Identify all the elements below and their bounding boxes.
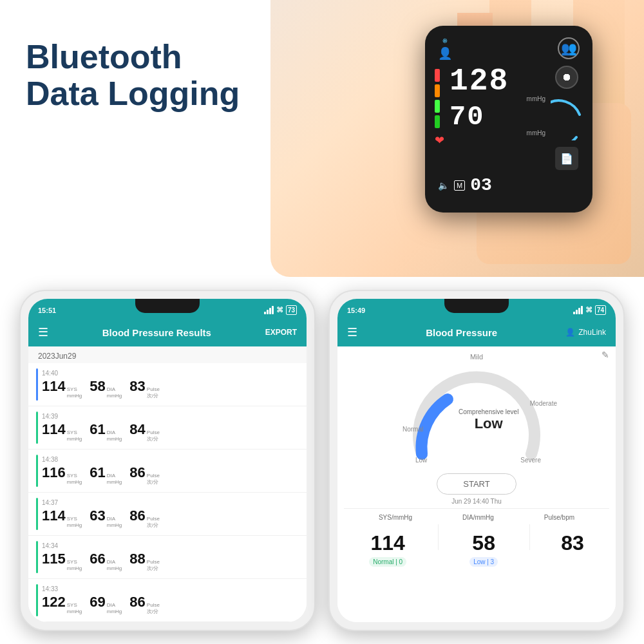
- reading-values: 116 SYSmmHg 61 DIAmmHg 86 Pulse次/分: [42, 464, 299, 485]
- stats-headers: SYS/mmHg DIA/mmHg Pulse/bpm: [354, 514, 600, 521]
- monitor-user-icon: 👤: [438, 46, 452, 61]
- start-button[interactable]: START: [437, 473, 516, 495]
- reading-sys: 114: [42, 378, 66, 395]
- monitor-display: ❤ 128 mmHg 70 mmHg ⏺ 📄: [435, 66, 583, 170]
- reading-pulse: 86: [129, 507, 145, 524]
- phone-left: 15:51 ⌘ 73 ☰ Blood Pressure Results EXPO…: [19, 290, 316, 631]
- battery-right: 74: [595, 305, 606, 315]
- user-header-right[interactable]: 👤 ZhuLink: [565, 328, 606, 337]
- status-right-right: ⌘ 74: [573, 305, 606, 315]
- phone-right: 15:49 ⌘ 74 ☰ Blood Pressure 👤: [328, 290, 625, 631]
- reading-bar: [36, 455, 38, 487]
- menu-icon-right[interactable]: ☰: [347, 325, 357, 339]
- reading-sys-sub: SYSmmHg: [67, 430, 82, 442]
- menu-icon-left[interactable]: ☰: [38, 325, 48, 339]
- reading-time: 14:38: [42, 456, 299, 463]
- app-header-left: ☰ Blood Pressure Results EXPORT: [28, 318, 307, 346]
- reading-item[interactable]: 14:34 115 SYSmmHg 66 DIAmmHg 88 Pulse次/分: [28, 536, 307, 579]
- stat-pulse: 83: [561, 531, 584, 555]
- indicator-green2: [435, 115, 440, 128]
- reading-values: 115 SYSmmHg 66 DIAmmHg 88 Pulse次/分: [42, 551, 299, 571]
- gauge-center: Comprehensive level Low: [459, 408, 518, 432]
- reading-bar: [36, 584, 38, 616]
- bottom-stats: SYS/mmHg DIA/mmHg Pulse/bpm 114 Normal |…: [344, 508, 609, 572]
- monitor-numbers: 128 mmHg 70 mmHg: [450, 66, 545, 137]
- reading-sys-group: 122 SYSmmHg: [42, 594, 82, 614]
- phone-screen-left: 15:51 ⌘ 73 ☰ Blood Pressure Results EXPO…: [28, 299, 307, 622]
- reading-item[interactable]: 14:39 114 SYSmmHg 61 DIAmmHg 84 Pulse次/分: [28, 406, 307, 450]
- indicator-orange: [435, 84, 440, 97]
- reading-pulse-sub: Pulse次/分: [147, 473, 160, 485]
- monitor-top-row: ⎈ 👤 👥: [435, 35, 583, 61]
- reading-item[interactable]: 14:38 116 SYSmmHg 61 DIAmmHg 86 Pulse次/分: [28, 450, 307, 493]
- reading-content: 14:39 114 SYSmmHg 61 DIAmmHg 84 Pulse次/分: [42, 413, 299, 442]
- date-label-left: 2023Jun29: [28, 346, 307, 363]
- feature-title: Bluetooth Data Logging: [26, 39, 240, 112]
- title-line1: Bluetooth: [26, 39, 240, 75]
- reading-sys: 114: [42, 421, 66, 438]
- reading-dia: 69: [90, 594, 105, 611]
- reading-dia-sub: DIAmmHg: [107, 473, 122, 485]
- readings-list: 14:40 114 SYSmmHg 58 DIAmmHg 83 Pulse次/分: [28, 363, 307, 622]
- reading-dia-group: 58 DIAmmHg: [90, 378, 122, 399]
- reading-sys: 114: [42, 507, 66, 524]
- reading-values: 114 SYSmmHg 61 DIAmmHg 84 Pulse次/分: [42, 421, 299, 442]
- reading-pulse-sub: Pulse次/分: [147, 386, 160, 399]
- top-section: Bluetooth Data Logging ⎈ 👤 👥: [0, 0, 644, 277]
- indicator-green1: [435, 100, 440, 113]
- memo-button[interactable]: 📄: [555, 147, 578, 170]
- reading-dia: 63: [90, 507, 105, 524]
- reading-values: 114 SYSmmHg 63 DIAmmHg 86 Pulse次/分: [42, 507, 299, 528]
- reading-values: 114 SYSmmHg 58 DIAmmHg 83 Pulse次/分: [42, 378, 299, 399]
- stat-header-sys: SYS/mmHg: [379, 514, 412, 521]
- reading-pulse-group: 86 Pulse次/分: [129, 594, 160, 614]
- stat-dia: 58 Low | 3: [469, 531, 498, 567]
- monitor-controls: ⏺ 📄: [551, 66, 583, 170]
- stats-values: 114 Normal | 0 58 Low | 3 83: [354, 524, 600, 567]
- bp-monitor-device: ⎈ 👤 👥 ❤ 128 mmHg 70 mmHg: [425, 26, 592, 213]
- signal-icon-right: [573, 306, 583, 314]
- reading-dia-group: 69 DIAmmHg: [90, 594, 122, 614]
- phones-section: 15:51 ⌘ 73 ☰ Blood Pressure Results EXPO…: [0, 277, 644, 644]
- device-area: ⎈ 👤 👥 ❤ 128 mmHg 70 mmHg: [270, 0, 644, 277]
- phone-notch-right: [444, 299, 509, 313]
- gauge-level-value: Low: [459, 415, 518, 432]
- time-right: 15:49: [347, 307, 365, 314]
- reading-content: 14:38 116 SYSmmHg 61 DIAmmHg 86 Pulse次/分: [42, 456, 299, 485]
- user-avatar-icon: 👤: [565, 328, 575, 337]
- edit-icon[interactable]: ✎: [601, 350, 609, 360]
- monitor-unit2: mmHg: [450, 129, 545, 137]
- reading-bar: [36, 368, 38, 401]
- monitor-mem-value: 03: [470, 175, 492, 195]
- monitor-dia-value: 70: [450, 104, 545, 131]
- pressure-indicators: ❤: [435, 66, 444, 147]
- reading-pulse-sub: Pulse次/分: [147, 559, 160, 571]
- reading-values: 122 SYSmmHg 69 DIAmmHg 86 Pulse次/分: [42, 594, 299, 614]
- reading-content: 14:34 115 SYSmmHg 66 DIAmmHg 88 Pulse次/分: [42, 542, 299, 571]
- reading-item[interactable]: 14:40 114 SYSmmHg 58 DIAmmHg 83 Pulse次/分: [28, 363, 307, 406]
- reading-dia-sub: DIAmmHg: [107, 559, 122, 571]
- reading-time: 14:40: [42, 370, 299, 377]
- reading-sys-sub: SYSmmHg: [67, 473, 82, 485]
- reading-sys-group: 115 SYSmmHg: [42, 551, 82, 571]
- reading-pulse-group: 86 Pulse次/分: [129, 507, 160, 528]
- gauge-comp-label: Comprehensive level: [459, 408, 518, 415]
- title-line2: Data Logging: [26, 75, 240, 112]
- reading-pulse-group: 84 Pulse次/分: [129, 421, 160, 442]
- reading-sys-group: 114 SYSmmHg: [42, 507, 82, 528]
- reading-sys-sub: SYSmmHg: [67, 602, 82, 614]
- app-header-right: ☰ Blood Pressure 👤 ZhuLink: [337, 318, 616, 346]
- reading-pulse: 84: [129, 421, 145, 438]
- wifi-icon-left: ⌘: [276, 306, 283, 314]
- reading-item[interactable]: 14:37 114 SYSmmHg 63 DIAmmHg 86 Pulse次/分: [28, 493, 307, 536]
- reading-bar: [36, 412, 38, 444]
- reading-sys-sub: SYSmmHg: [67, 516, 82, 528]
- reading-pulse: 83: [129, 378, 145, 395]
- reading-pulse-sub: Pulse次/分: [147, 430, 160, 442]
- reading-pulse-group: 86 Pulse次/分: [129, 464, 160, 485]
- reading-item[interactable]: 14:33 122 SYSmmHg 69 DIAmmHg 86 Pulse次/分: [28, 579, 307, 622]
- monitor-sys-value: 128: [450, 66, 545, 97]
- reading-sys: 116: [42, 464, 66, 481]
- export-button[interactable]: EXPORT: [265, 328, 297, 337]
- power-button[interactable]: ⏺: [555, 66, 578, 89]
